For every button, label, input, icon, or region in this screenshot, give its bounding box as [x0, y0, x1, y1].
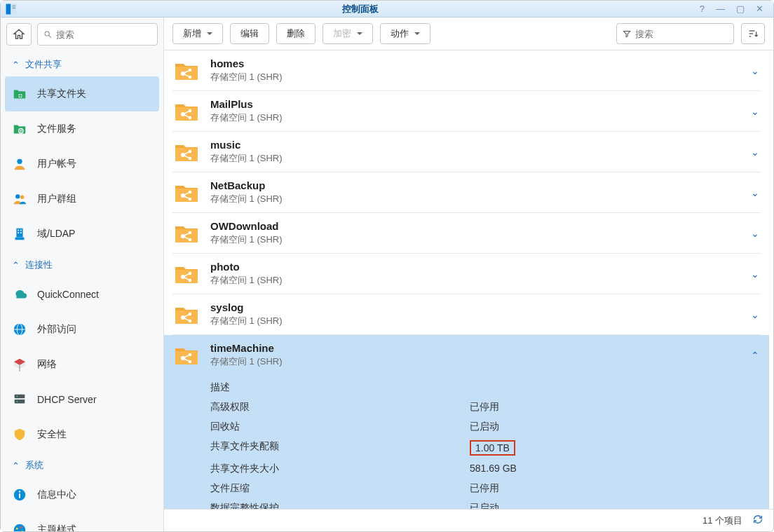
sidebar-group-header[interactable]: ⌃连接性: [1, 252, 163, 277]
svg-point-71: [189, 353, 191, 355]
sidebar-item[interactable]: 域/LDAP: [1, 217, 163, 252]
folder-row[interactable]: photo存储空间 1 (SHR)⌄: [164, 254, 769, 294]
sidebar-item[interactable]: 信息中心: [1, 477, 163, 512]
sidebar-item[interactable]: 外部访问: [1, 312, 163, 347]
folder-name: OWDownload: [210, 220, 740, 232]
delete-button[interactable]: 删除: [276, 23, 315, 44]
svg-point-26: [19, 491, 20, 492]
folder-name: syslog: [210, 301, 740, 313]
chevron-up-icon: ⌃: [12, 461, 20, 471]
item-count: 11 个项目: [702, 514, 742, 527]
sidebar-item-label: 域/LDAP: [37, 228, 75, 240]
chevron-down-icon: ⌄: [751, 309, 759, 320]
sidebar-group-label: 连接性: [25, 259, 53, 271]
svg-point-61: [189, 271, 191, 274]
folder-name: homes: [210, 57, 740, 69]
home-button[interactable]: [6, 23, 32, 46]
folder-row[interactable]: NetBackup存储空间 1 (SHR)⌄: [164, 172, 769, 212]
share-folder-icon: [174, 60, 199, 82]
share-folder-icon: [174, 263, 199, 285]
folder-row[interactable]: timeMachine存储空间 1 (SHR)⌃: [164, 335, 769, 375]
folder-row[interactable]: homes存储空间 1 (SHR)⌄: [164, 50, 769, 90]
chevron-down-icon: ⌄: [751, 228, 759, 239]
sidebar-item-label: 主题样式: [37, 524, 76, 531]
sidebar-item-label: QuickConnect: [37, 289, 99, 300]
sidebar-group-header[interactable]: ⌃文件共享: [1, 51, 163, 76]
sidebar-search-input[interactable]: [56, 29, 151, 40]
share-folder-icon: [174, 100, 199, 123]
folder-storage: 存储空间 1 (SHR): [210, 71, 740, 83]
action-button[interactable]: 动作: [380, 23, 430, 44]
sidebar-item-icon: [12, 487, 27, 503]
folder-name: music: [210, 139, 740, 151]
folder-search-input[interactable]: [635, 29, 728, 39]
svg-point-57: [189, 238, 191, 240]
folder-row[interactable]: MailPlus存储空间 1 (SHR)⌄: [164, 91, 769, 131]
chevron-down-icon: ⌄: [751, 65, 759, 76]
sidebar-item[interactable]: 文件服务: [1, 111, 163, 146]
sidebar-item-icon: [12, 427, 27, 442]
svg-point-72: [189, 360, 191, 362]
detail-key: 文件压缩: [210, 482, 470, 495]
encrypt-button[interactable]: 加密: [322, 23, 373, 44]
sidebar: ⌃文件共享共享文件夹文件服务用户帐号用户群组域/LDAP⌃连接性QuickCon…: [1, 18, 164, 531]
share-folder-icon: [174, 182, 199, 204]
sort-button[interactable]: [741, 23, 765, 44]
sidebar-item-label: 文件服务: [37, 123, 76, 135]
svg-point-67: [189, 319, 191, 322]
sidebar-item-icon: [12, 86, 27, 102]
close-button[interactable]: ✕: [756, 4, 763, 14]
svg-point-45: [181, 153, 185, 157]
sidebar-item[interactable]: QuickConnect: [1, 277, 163, 312]
sidebar-item-icon: [12, 357, 27, 372]
help-button[interactable]: ?: [700, 4, 705, 14]
sidebar-item[interactable]: DHCP Server: [1, 382, 163, 417]
chevron-down-icon: ⌄: [751, 146, 759, 158]
sidebar-item-icon: [12, 121, 27, 137]
detail-key: 回收站: [210, 421, 470, 433]
detail-key: 高级权限: [210, 401, 470, 414]
maximize-button[interactable]: ▢: [736, 4, 745, 14]
svg-point-35: [181, 71, 185, 76]
svg-point-40: [181, 112, 185, 116]
window-title: 控制面板: [22, 3, 700, 15]
folder-row[interactable]: music存储空间 1 (SHR)⌄: [164, 132, 769, 172]
statusbar: 11 个项目: [164, 509, 773, 531]
refresh-button[interactable]: [752, 514, 763, 527]
create-button[interactable]: 新增: [172, 23, 223, 44]
sidebar-item-label: DHCP Server: [37, 394, 97, 405]
sidebar-item[interactable]: 用户群组: [1, 182, 163, 217]
minimize-button[interactable]: —: [716, 4, 725, 14]
sidebar-item-label: 共享文件夹: [37, 88, 86, 100]
share-folder-icon: [174, 344, 199, 367]
svg-rect-2: [13, 5, 16, 6]
sidebar-group-header[interactable]: ⌃系统: [1, 452, 163, 477]
sidebar-search[interactable]: [37, 23, 158, 46]
home-icon: [13, 28, 25, 41]
sidebar-item[interactable]: 安全性: [1, 417, 163, 452]
svg-rect-0: [6, 4, 11, 14]
sidebar-item-label: 用户帐号: [37, 158, 76, 170]
svg-point-28: [16, 528, 18, 530]
detail-key: 描述: [210, 381, 470, 394]
folder-list[interactable]: homes存储空间 1 (SHR)⌄MailPlus存储空间 1 (SHR)⌄m…: [164, 50, 773, 509]
sidebar-item[interactable]: 用户帐号: [1, 146, 163, 182]
toolbar: 新增 编辑 删除 加密 动作: [164, 18, 773, 50]
share-folder-icon: [174, 222, 199, 245]
folder-storage: 存储空间 1 (SHR): [210, 111, 740, 124]
sidebar-item[interactable]: 网络: [1, 347, 163, 382]
sidebar-item[interactable]: 主题样式: [1, 512, 163, 531]
folder-row[interactable]: syslog存储空间 1 (SHR)⌄: [164, 294, 769, 334]
edit-button[interactable]: 编辑: [230, 23, 269, 44]
titlebar: 控制面板 ? — ▢ ✕: [1, 1, 773, 18]
svg-point-27: [14, 524, 26, 531]
folder-row[interactable]: OWDownload存储空间 1 (SHR)⌄: [164, 213, 769, 253]
chevron-down-icon: ⌄: [751, 106, 759, 117]
sidebar-item[interactable]: 共享文件夹: [5, 76, 159, 111]
folder-storage: 存储空间 1 (SHR): [210, 193, 740, 205]
folder-search[interactable]: [616, 23, 734, 44]
folder-name: timeMachine: [210, 342, 740, 354]
svg-point-70: [181, 356, 185, 360]
search-icon: [43, 29, 52, 39]
sidebar-group-label: 系统: [25, 459, 43, 472]
